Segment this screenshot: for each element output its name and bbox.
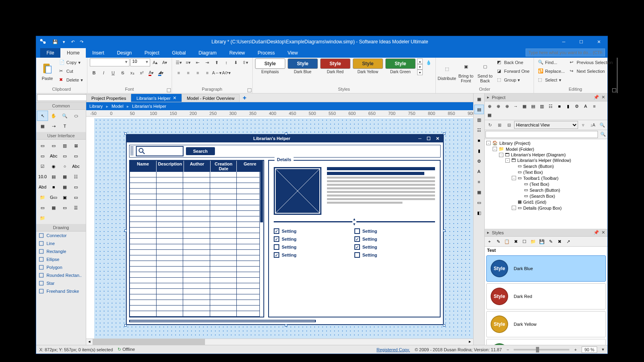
ui-shape-tool[interactable]: ▦ — [48, 202, 59, 213]
outdent-icon[interactable]: ⇤ — [193, 58, 202, 66]
wf-checkbox[interactable]: ✓Setting — [274, 252, 354, 258]
view-toggle-button[interactable]: ■ — [474, 136, 484, 145]
align-center-icon[interactable]: ≡ — [184, 69, 193, 77]
zoom-slider[interactable] — [514, 349, 569, 350]
project-tool-button[interactable]: ▮ — [564, 102, 572, 110]
ui-shape-tool[interactable]: 📁 — [37, 213, 48, 223]
view-combo[interactable]: Hierarchical View — [514, 121, 578, 129]
view-toggle-button[interactable]: ▤ — [474, 105, 484, 114]
ui-shape-tool[interactable]: ☷ — [70, 171, 81, 182]
project-tree[interactable]: -🏠Library (Project)-📁Model (Folder)-🗔Lib… — [485, 139, 607, 229]
styles-tool-button[interactable]: ✖ — [555, 237, 563, 245]
ui-shape-tool[interactable]: ○ — [59, 161, 70, 171]
style-swatch[interactable]: StyleDark Yellow — [353, 58, 383, 74]
tree-node[interactable]: -🏠Library (Project) — [485, 140, 607, 146]
view-toggle-button[interactable]: ≡ — [474, 177, 484, 187]
wf-checkbox[interactable]: Setting — [354, 228, 435, 234]
style-swatch[interactable]: StyleDark Blue — [288, 58, 318, 74]
ribbon-tab-file[interactable]: File — [40, 48, 60, 58]
ribbon-tab-diagram[interactable]: Diagram — [192, 48, 223, 58]
text-rot-icon[interactable]: A⟳▾ — [222, 69, 231, 77]
project-tool-button[interactable]: ▤ — [529, 102, 537, 110]
wf-checkbox[interactable]: ✓Setting — [274, 236, 354, 242]
text-dir-icon[interactable]: A↔▾ — [213, 69, 221, 77]
font-dialog-launcher[interactable] — [167, 88, 171, 92]
replace-button[interactable]: 🔁Replace... — [536, 67, 567, 75]
wf-checkbox[interactable]: ✓Setting — [354, 244, 435, 250]
drawing-tool[interactable]: Rounded Rectan.. — [36, 271, 86, 279]
tool-connect-icon[interactable]: ⇢ — [48, 121, 59, 131]
diagram-canvas[interactable]: Librarian's Helper ─ ☐ ✕ — [94, 118, 473, 339]
ui-shape-tool[interactable]: G▭ — [48, 192, 59, 202]
wf-checkbox[interactable]: Setting — [274, 244, 354, 250]
drawing-tool[interactable]: Line — [36, 239, 86, 247]
project-tool-button[interactable]: ■ — [555, 102, 563, 110]
ui-shape-tool[interactable]: ▣ — [59, 192, 70, 202]
align-bottom-icon[interactable]: ⬇ — [232, 58, 240, 66]
tree-node[interactable]: -🗔Librarian's Helper (Diagram) — [485, 152, 607, 158]
breadcrumb-item[interactable]: Library — [89, 104, 103, 109]
view-toggle-button[interactable]: ⚙ — [474, 156, 484, 166]
ui-shape-tool[interactable]: ▭ — [59, 151, 70, 161]
tool-bucket-icon[interactable]: ▦ — [37, 121, 48, 131]
project-tool-button[interactable]: ▥ — [538, 102, 546, 110]
style-list-item[interactable]: StyleDark Red — [486, 283, 606, 309]
wf-close-icon[interactable]: ✕ — [433, 136, 442, 141]
ribbon-tab-review[interactable]: Review — [223, 48, 251, 58]
styles-tool-button[interactable]: ✖ — [512, 237, 520, 245]
wf-grid[interactable]: NameDescriptionAuthorCreation DateGenre — [129, 160, 264, 317]
drawing-tool[interactable]: Rectangle — [36, 247, 86, 255]
style-gallery-down-icon[interactable]: ▾ — [417, 64, 423, 70]
ui-shape-tool[interactable]: Abc — [48, 151, 59, 161]
bold-icon[interactable]: B — [90, 69, 99, 77]
bullets-icon[interactable]: ☰▾ — [174, 58, 183, 66]
collapse-all-icon[interactable]: ⊟ — [505, 121, 513, 129]
tree-node[interactable]: ▭(Text Box) — [485, 169, 607, 175]
qat-redo-icon[interactable]: ↷ — [78, 39, 85, 45]
tree-search-icon[interactable]: 🔍 — [598, 121, 607, 129]
tool-pointer-icon[interactable]: ↖ — [37, 111, 48, 121]
styles-tool-button[interactable]: + — [485, 237, 493, 245]
view-toggle-button[interactable]: ▦ — [474, 94, 484, 104]
align-left-icon[interactable]: ≡ — [174, 69, 183, 77]
tree-toggle-icon[interactable]: - — [493, 147, 497, 151]
editing-dialog-launcher[interactable] — [612, 88, 616, 92]
group-button[interactable]: ⬚Group▾ — [495, 76, 531, 84]
ui-shape-tool[interactable]: ▭ — [70, 151, 81, 161]
document-tab[interactable]: Model - Folder Overview — [182, 94, 240, 102]
wf-search-button[interactable]: Search — [186, 147, 215, 155]
toolbox-search-input[interactable] — [37, 94, 93, 101]
align-right-icon[interactable]: ≡ — [193, 69, 202, 77]
forward-one-button[interactable]: ◪Forward One — [495, 67, 531, 75]
styles-tool-button[interactable]: 📋 — [503, 237, 511, 245]
style-list-item[interactable]: StyleDark Yellow — [486, 311, 606, 337]
project-filter-search-icon[interactable]: 🔍 — [599, 130, 607, 138]
select-button[interactable]: ⬚Select▾ — [536, 76, 567, 84]
wf-searchbox[interactable] — [136, 146, 184, 156]
view-toggle-button[interactable]: ▥ — [474, 115, 484, 125]
expand-all-icon[interactable]: ⊞ — [495, 121, 504, 129]
wf-grid-scrollbar[interactable] — [259, 172, 263, 317]
tree-node[interactable]: -▭Details (Group Box) — [485, 205, 607, 211]
ribbon-search-input[interactable] — [526, 49, 605, 56]
delete-button[interactable]: ✖Delete▾ — [58, 76, 85, 84]
view-toggle-button[interactable]: ▮ — [474, 146, 484, 156]
paragraph-dialog-launcher[interactable] — [248, 88, 251, 92]
styles-tool-button[interactable]: ☐ — [520, 237, 528, 245]
italic-icon[interactable]: I — [99, 69, 108, 77]
ui-shape-tool[interactable]: 10.0 — [37, 171, 48, 182]
view-toggle-button[interactable]: ◧ — [474, 208, 484, 218]
zoom-value[interactable]: 90 % — [582, 346, 597, 353]
grow-font-icon[interactable]: A▴ — [151, 58, 160, 66]
ui-shape-tool[interactable]: ☰ — [70, 202, 81, 213]
ui-shape-tool[interactable]: ☑ — [37, 161, 48, 171]
ribbon-tab-view[interactable]: View — [281, 48, 304, 58]
ui-shape-tool[interactable]: ◉ — [48, 161, 59, 171]
project-tool-button[interactable]: ⊕ — [494, 102, 502, 110]
tree-node[interactable]: ▭Search (Button) — [485, 187, 607, 193]
underline-icon[interactable]: U — [109, 69, 118, 77]
wf-checkbox[interactable]: ✓Setting — [354, 236, 435, 242]
style-swatch[interactable]: StyleDark Red — [320, 58, 350, 74]
strike-icon[interactable]: S — [118, 69, 127, 77]
sort-icon[interactable]: ↓A — [588, 121, 597, 129]
